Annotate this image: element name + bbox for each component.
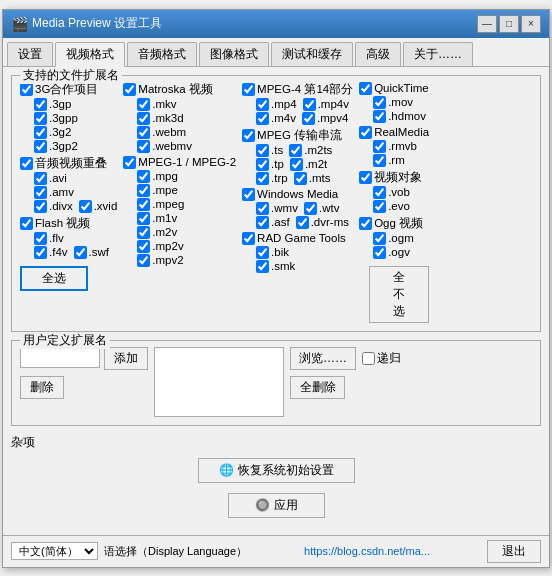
checkbox-swf[interactable]: [74, 246, 87, 259]
select-all-button[interactable]: 全选: [20, 266, 88, 291]
checkbox-wtv[interactable]: [304, 202, 317, 215]
cb-wmv: .wmv .wtv: [256, 202, 353, 215]
label-mpv2: .mpv2: [152, 254, 183, 266]
checkbox-amv[interactable]: [34, 186, 47, 199]
checkbox-mpeg4-group[interactable]: [242, 83, 255, 96]
checkbox-rad-group[interactable]: [242, 232, 255, 245]
checkbox-trp[interactable]: [256, 172, 269, 185]
checkbox-mpeg12-group[interactable]: [123, 156, 136, 169]
checkbox-webm[interactable]: [137, 126, 150, 139]
checkbox-asf[interactable]: [256, 216, 269, 229]
checkbox-bik[interactable]: [256, 246, 269, 259]
checkbox-m1v[interactable]: [137, 212, 150, 225]
tab-test-cache[interactable]: 测试和缓存: [271, 42, 353, 66]
checkbox-tp[interactable]: [256, 158, 269, 171]
checkbox-3g2[interactable]: [34, 126, 47, 139]
checkbox-qt-group[interactable]: [359, 82, 372, 95]
maximize-button[interactable]: □: [499, 15, 519, 33]
browse-button[interactable]: 浏览……: [290, 347, 356, 370]
cb-tp: .tp .m2t: [256, 158, 353, 171]
checkbox-avi-group[interactable]: [20, 157, 33, 170]
checkbox-xvid[interactable]: [79, 200, 92, 213]
checkbox-smk[interactable]: [256, 260, 269, 273]
checkbox-mp4v[interactable]: [303, 98, 316, 111]
checkbox-wmv[interactable]: [256, 202, 269, 215]
tab-video-format[interactable]: 视频格式: [55, 42, 125, 67]
checkbox-mts[interactable]: [294, 172, 307, 185]
lang-select[interactable]: 中文(简体）: [11, 542, 98, 560]
user-ext-group: 用户定义扩展名 添加 删除 浏览……: [11, 340, 541, 426]
cb-f4v: .f4v .swf: [34, 246, 117, 259]
label-3gp2: .3gp2: [49, 140, 78, 152]
exit-button[interactable]: 退出: [487, 540, 541, 563]
checkbox-rm[interactable]: [373, 154, 386, 167]
deselect-all-button[interactable]: 全不选: [369, 266, 429, 323]
checkbox-matroska-group[interactable]: [123, 83, 136, 96]
checkbox-mpv4[interactable]: [302, 112, 315, 125]
checkbox-3gpp[interactable]: [34, 112, 47, 125]
checkbox-mpg[interactable]: [137, 170, 150, 183]
checkbox-vob[interactable]: [373, 186, 386, 199]
checkbox-m4v[interactable]: [256, 112, 269, 125]
checkbox-dvr-ms[interactable]: [296, 216, 309, 229]
ext-input[interactable]: [20, 348, 100, 368]
label-mp4v: .mp4v: [318, 98, 349, 110]
cb-wmedia-group: Windows Media: [242, 188, 353, 201]
delete-button[interactable]: 删除: [20, 376, 64, 399]
ext-list[interactable]: [154, 347, 284, 417]
checkbox-mkv[interactable]: [137, 98, 150, 111]
checkbox-mpts-group[interactable]: [242, 129, 255, 142]
checkbox-m2ts[interactable]: [289, 144, 302, 157]
checkbox-hdmov[interactable]: [373, 110, 386, 123]
label-wtv: .wtv: [319, 202, 339, 214]
titlebar: 🎬 Media Preview 设置工具 — □ ×: [3, 10, 549, 38]
checkbox-ogm[interactable]: [373, 232, 386, 245]
tab-about[interactable]: 关于……: [403, 42, 473, 66]
close-button[interactable]: ×: [521, 15, 541, 33]
checkbox-3gp2[interactable]: [34, 140, 47, 153]
checkbox-mk3d[interactable]: [137, 112, 150, 125]
checkbox-recurse[interactable]: [362, 352, 375, 365]
tab-advanced[interactable]: 高级: [355, 42, 401, 66]
restore-button[interactable]: 🌐 恢复系统初始设置: [198, 458, 355, 483]
minimize-button[interactable]: —: [477, 15, 497, 33]
checkbox-mp2v[interactable]: [137, 240, 150, 253]
checkbox-mov[interactable]: [373, 96, 386, 109]
label-smk: .smk: [271, 260, 295, 272]
tab-audio-format[interactable]: 音频格式: [127, 42, 197, 66]
checkbox-3gp[interactable]: [34, 98, 47, 111]
checkbox-realmedia-group[interactable]: [359, 126, 372, 139]
checkbox-evo[interactable]: [373, 200, 386, 213]
checkbox-ogv[interactable]: [373, 246, 386, 259]
checkbox-mpv2[interactable]: [137, 254, 150, 267]
label-m4v: .m4v: [271, 112, 296, 124]
link-text: https://blog.csdn.net/ma...: [253, 545, 481, 557]
checkbox-rmvb[interactable]: [373, 140, 386, 153]
checkbox-webmv[interactable]: [137, 140, 150, 153]
add-button[interactable]: 添加: [104, 347, 148, 370]
checkbox-wmedia-group[interactable]: [242, 188, 255, 201]
checkbox-vob-group[interactable]: [359, 171, 372, 184]
cb-vob-group: 视频对象: [359, 170, 429, 185]
cb-trp: .trp .mts: [256, 172, 353, 185]
checkbox-ogg-group[interactable]: [359, 217, 372, 230]
label-ogm: .ogm: [388, 232, 414, 244]
checkbox-flv[interactable]: [34, 232, 47, 245]
checkbox-mpeg[interactable]: [137, 198, 150, 211]
cb-asf: .asf .dvr-ms: [256, 216, 353, 229]
checkbox-divx[interactable]: [34, 200, 47, 213]
checkbox-f4v[interactable]: [34, 246, 47, 259]
checkbox-avi[interactable]: [34, 172, 47, 185]
tab-settings[interactable]: 设置: [7, 42, 53, 66]
checkbox-flash-group[interactable]: [20, 217, 33, 230]
checkbox-mpe[interactable]: [137, 184, 150, 197]
delete-all-button[interactable]: 全删除: [290, 376, 345, 399]
cb-mp2v: .mp2v: [137, 240, 236, 253]
tab-image-format[interactable]: 图像格式: [199, 42, 269, 66]
checkbox-m2t[interactable]: [290, 158, 303, 171]
checkbox-ts[interactable]: [256, 144, 269, 157]
checkbox-m2v[interactable]: [137, 226, 150, 239]
checkbox-3g-group[interactable]: [20, 83, 33, 96]
apply-button[interactable]: 🔘 应用: [228, 493, 325, 518]
checkbox-mp4[interactable]: [256, 98, 269, 111]
